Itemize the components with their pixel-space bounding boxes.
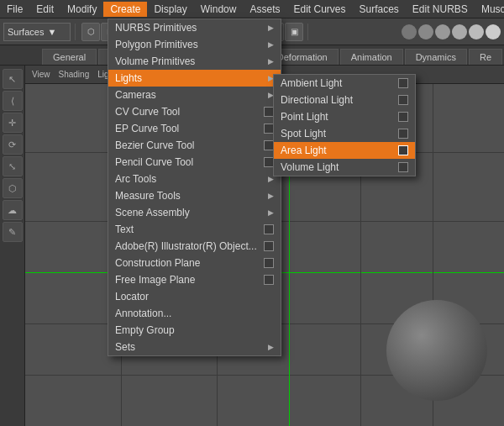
- create-menu: NURBS Primitives Polygon Primitives Volu…: [108, 18, 281, 356]
- pencil-curve-checkbox[interactable]: [264, 157, 274, 167]
- menu-text[interactable]: Text: [108, 221, 281, 238]
- menu-ep-curve[interactable]: EP Curve Tool: [108, 120, 281, 137]
- menu-bezier-curve[interactable]: Bezier Curve Tool: [108, 137, 281, 154]
- volume-checkbox[interactable]: [398, 162, 408, 172]
- area-checkbox[interactable]: [398, 145, 408, 155]
- menu-cv-curve[interactable]: CV Curve Tool: [108, 103, 281, 120]
- menu-measure-tools[interactable]: Measure Tools: [108, 187, 281, 204]
- menu-volume-primitives[interactable]: Volume Primitives: [108, 53, 281, 70]
- cv-curve-checkbox[interactable]: [264, 107, 274, 117]
- spot-checkbox[interactable]: [398, 129, 408, 139]
- menu-point-light[interactable]: Point Light: [274, 108, 415, 125]
- menu-illustrator[interactable]: Adobe(R) Illustrator(R) Object...: [108, 238, 281, 255]
- bezier-curve-checkbox[interactable]: [264, 140, 274, 150]
- menu-scene-assembly[interactable]: Scene Assembly: [108, 204, 281, 221]
- free-image-checkbox[interactable]: [264, 275, 274, 285]
- menu-polygon-primitives[interactable]: Polygon Primitives: [108, 36, 281, 53]
- construction-checkbox[interactable]: [264, 258, 274, 268]
- menu-arc-tools[interactable]: Arc Tools: [108, 171, 281, 187]
- text-checkbox[interactable]: [264, 224, 274, 234]
- ep-curve-checkbox[interactable]: [264, 124, 274, 134]
- menu-empty-group[interactable]: Empty Group: [108, 322, 281, 339]
- menu-directional-light[interactable]: Directional Light: [274, 92, 415, 108]
- menu-free-image-plane[interactable]: Free Image Plane: [108, 271, 281, 288]
- point-checkbox[interactable]: [398, 112, 408, 122]
- menu-locator[interactable]: Locator: [108, 288, 281, 305]
- menu-sets[interactable]: Sets: [108, 339, 281, 355]
- menu-construction-plane[interactable]: Construction Plane: [108, 255, 281, 271]
- ambient-checkbox[interactable]: [398, 78, 408, 88]
- menu-cameras[interactable]: Cameras: [108, 87, 281, 103]
- menu-overlay[interactable]: NURBS Primitives Polygon Primitives Volu…: [0, 0, 504, 426]
- directional-checkbox[interactable]: [398, 95, 408, 105]
- menu-ambient-light[interactable]: Ambient Light: [274, 75, 415, 92]
- menu-lights[interactable]: Lights: [108, 70, 281, 87]
- menu-annotation[interactable]: Annotation...: [108, 305, 281, 322]
- menu-area-light[interactable]: Area Light: [274, 142, 415, 159]
- menu-pencil-curve[interactable]: Pencil Curve Tool: [108, 154, 281, 171]
- lights-submenu: Ambient Light Directional Light Point Li…: [273, 74, 416, 176]
- menu-volume-light[interactable]: Volume Light: [274, 159, 415, 176]
- menu-spot-light[interactable]: Spot Light: [274, 125, 415, 142]
- menu-nurbs-primitives[interactable]: NURBS Primitives: [108, 19, 281, 36]
- illustrator-checkbox[interactable]: [264, 241, 274, 251]
